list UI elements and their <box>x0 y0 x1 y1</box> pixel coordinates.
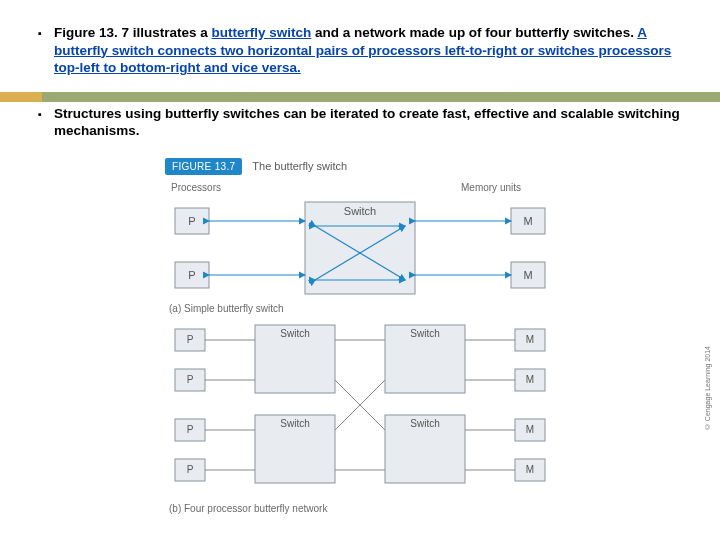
svg-text:Switch: Switch <box>410 418 439 429</box>
svg-text:Switch: Switch <box>280 418 309 429</box>
figure-container: FIGURE 13.7 The butterfly switch Process… <box>0 158 720 523</box>
node-p: P <box>188 215 195 227</box>
figure-title: The butterfly switch <box>252 159 347 173</box>
svg-text:P: P <box>187 464 194 475</box>
bullet-1-text-mid: and a network made up of four butterfly … <box>311 25 637 40</box>
svg-text:P: P <box>187 334 194 345</box>
svg-text:P: P <box>187 424 194 435</box>
label-memory: Memory units <box>461 181 521 194</box>
bullet-2: Structures using butterfly switches can … <box>40 105 692 140</box>
node-p: P <box>188 269 195 281</box>
node-switch: Switch <box>344 205 376 217</box>
accent-band <box>0 92 720 102</box>
node-m: M <box>523 269 532 281</box>
bullet-2-text: Structures using butterfly switches can … <box>54 106 680 139</box>
bullet-1-link: butterfly switch <box>212 25 312 40</box>
svg-text:M: M <box>526 374 534 385</box>
bullet-1-text-pre: Figure 13. 7 illustrates a <box>54 25 212 40</box>
node-m: M <box>523 215 532 227</box>
label-processors: Processors <box>171 181 221 194</box>
caption-a: (a) Simple butterfly switch <box>169 302 555 315</box>
diagram-a: P P M M Switch <box>165 198 555 298</box>
caption-b: (b) Four processor butterfly network <box>169 502 555 515</box>
svg-text:Switch: Switch <box>410 328 439 339</box>
diagram-b: P P P P M M M M Switch Switch Switch Swi… <box>165 323 555 498</box>
bullet-1: Figure 13. 7 illustrates a butterfly swi… <box>40 24 692 77</box>
svg-text:P: P <box>187 374 194 385</box>
svg-text:Switch: Switch <box>280 328 309 339</box>
svg-text:M: M <box>526 464 534 475</box>
svg-text:M: M <box>526 334 534 345</box>
figure-tag: FIGURE 13.7 <box>165 158 242 175</box>
copyright-text: © Cengage Learning 2014 <box>703 346 712 430</box>
svg-text:M: M <box>526 424 534 435</box>
